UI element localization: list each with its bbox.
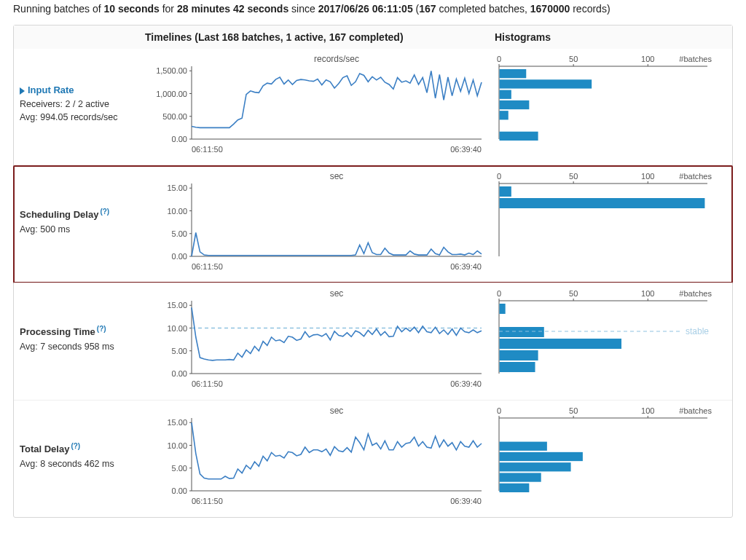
histograms-header: Histograms (495, 31, 551, 43)
svg-rect-51 (500, 186, 511, 197)
help-icon[interactable]: (?) (97, 325, 106, 333)
histogram-chart: 050100#batches (495, 53, 713, 155)
histogram-chart: 050100#batchesstable (495, 288, 713, 390)
svg-rect-110 (500, 462, 571, 471)
svg-text:#batches: #batches (679, 172, 712, 181)
svg-text:#batches: #batches (679, 55, 712, 63)
histogram-chart: 050100#batches (495, 170, 713, 272)
svg-text:06:39:40: 06:39:40 (450, 145, 482, 154)
metric-label-col: Input RateReceivers: 2 / 2 activeAvg: 99… (20, 53, 145, 155)
timeline-col: sec0.005.0010.0015.0006:11:5006:39:40 (145, 405, 495, 507)
svg-text:50: 50 (569, 55, 578, 63)
timelines-header: Timelines (Last 168 batches, 1 active, 1… (145, 31, 404, 43)
svg-text:0: 0 (497, 289, 501, 298)
streaming-metrics-panel: Timelines (Last 168 batches, 1 active, 1… (13, 25, 733, 518)
svg-text:sec: sec (330, 171, 344, 181)
svg-rect-24 (500, 90, 511, 99)
svg-rect-52 (500, 198, 705, 208)
svg-rect-81 (500, 362, 535, 372)
svg-text:0.00: 0.00 (172, 135, 187, 143)
summary-prefix: Running batches of (13, 3, 104, 15)
summary-records-count: 1670000 (530, 3, 570, 15)
summary-since-ts: 2017/06/26 06:11:05 (318, 3, 413, 15)
timeline-chart: sec0.005.0010.0015.0006:11:5006:39:40 (145, 170, 487, 272)
svg-rect-28 (500, 132, 538, 141)
svg-text:100: 100 (641, 289, 654, 298)
timeline-chart: records/sec0.00500.001,000.001,500.0006:… (145, 53, 487, 155)
timeline-chart: sec0.005.0010.0015.0006:11:5006:39:40 (145, 288, 487, 390)
metric-label-col: Processing Time(?)Avg: 7 seconds 958 ms (20, 288, 145, 390)
svg-text:0.00: 0.00 (172, 486, 187, 495)
metric-title: Scheduling Delay(?) (20, 207, 145, 222)
svg-rect-79 (500, 339, 622, 349)
svg-rect-25 (500, 100, 530, 109)
histogram-col: 050100#batches (495, 405, 726, 507)
svg-rect-111 (500, 473, 541, 481)
metric-row-total_delay: Total Delay(?)Avg: 8 seconds 462 mssec0.… (14, 400, 732, 517)
svg-text:100: 100 (641, 172, 654, 181)
metric-title: Total Delay(?) (20, 441, 145, 457)
svg-text:10.00: 10.00 (167, 207, 187, 216)
metric-label-col: Scheduling Delay(?)Avg: 500 ms (20, 170, 145, 272)
svg-rect-112 (500, 484, 530, 492)
svg-text:100: 100 (641, 55, 654, 63)
metric-row-scheduling_delay: Scheduling Delay(?)Avg: 500 mssec0.005.0… (14, 165, 732, 283)
metric-subline-1: Avg: 500 ms (20, 223, 145, 236)
metric-subline-1: Avg: 8 seconds 462 ms (20, 457, 145, 470)
metric-subline-2: Avg: 994.05 records/sec (20, 111, 145, 124)
svg-text:06:39:40: 06:39:40 (450, 497, 482, 505)
svg-text:15.00: 15.00 (167, 418, 187, 427)
svg-rect-80 (500, 350, 538, 360)
svg-text:06:11:50: 06:11:50 (192, 379, 223, 388)
metric-title: Processing Time(?) (20, 324, 145, 339)
svg-rect-26 (500, 111, 509, 119)
svg-text:06:11:50: 06:11:50 (192, 497, 223, 505)
svg-rect-109 (500, 452, 583, 461)
svg-text:5.00: 5.00 (172, 464, 187, 473)
metric-subline-1: Receivers: 2 / 2 active (20, 98, 145, 111)
svg-rect-108 (500, 442, 547, 451)
summary-completed-count: 167 (419, 3, 436, 15)
svg-text:06:11:50: 06:11:50 (192, 145, 223, 154)
timeline-chart: sec0.005.0010.0015.0006:11:5006:39:40 (145, 405, 487, 507)
svg-text:50: 50 (569, 406, 578, 415)
svg-text:06:11:50: 06:11:50 (192, 262, 223, 271)
svg-text:0.00: 0.00 (172, 252, 187, 261)
svg-text:15.00: 15.00 (167, 301, 187, 309)
metric-label-col: Total Delay(?)Avg: 8 seconds 462 ms (20, 405, 145, 507)
svg-text:15.00: 15.00 (167, 184, 187, 192)
svg-text:0.00: 0.00 (172, 369, 187, 378)
svg-text:records/sec: records/sec (314, 54, 359, 64)
timeline-col: records/sec0.00500.001,000.001,500.0006:… (145, 53, 495, 155)
svg-text:0: 0 (497, 172, 501, 181)
svg-text:06:39:40: 06:39:40 (450, 262, 482, 271)
svg-text:sec: sec (330, 288, 344, 299)
metric-row-processing_time: Processing Time(?)Avg: 7 seconds 958 mss… (14, 283, 732, 400)
svg-rect-76 (500, 304, 506, 314)
svg-text:#batches: #batches (679, 406, 712, 415)
svg-text:5.00: 5.00 (172, 229, 187, 238)
svg-rect-23 (500, 79, 592, 88)
metric-subline-1: Avg: 7 seconds 958 ms (20, 340, 145, 353)
svg-text:0: 0 (497, 406, 501, 415)
histogram-col: 050100#batchesstable (495, 288, 726, 390)
svg-text:50: 50 (569, 289, 578, 298)
help-icon[interactable]: (?) (71, 442, 80, 450)
summary-line: Running batches of 10 seconds for 28 min… (13, 3, 733, 15)
summary-duration: 28 minutes 42 seconds (177, 3, 288, 15)
svg-text:50: 50 (569, 172, 578, 181)
timeline-col: sec0.005.0010.0015.0006:11:5006:39:40 (145, 288, 495, 390)
timeline-col: sec0.005.0010.0015.0006:11:5006:39:40 (145, 170, 495, 272)
svg-text:0: 0 (497, 55, 501, 63)
svg-text:sec: sec (330, 406, 344, 416)
expand-icon (20, 87, 25, 95)
metric-title-link[interactable]: Input Rate (20, 84, 145, 98)
svg-text:5.00: 5.00 (172, 347, 187, 355)
histogram-col: 050100#batches (495, 53, 726, 155)
svg-rect-78 (500, 327, 544, 337)
svg-rect-22 (500, 69, 527, 78)
histogram-col: 050100#batches (495, 170, 726, 272)
help-icon[interactable]: (?) (100, 208, 109, 216)
svg-text:1,000.00: 1,000.00 (156, 90, 187, 98)
metric-title-text: Input Rate (28, 84, 74, 98)
